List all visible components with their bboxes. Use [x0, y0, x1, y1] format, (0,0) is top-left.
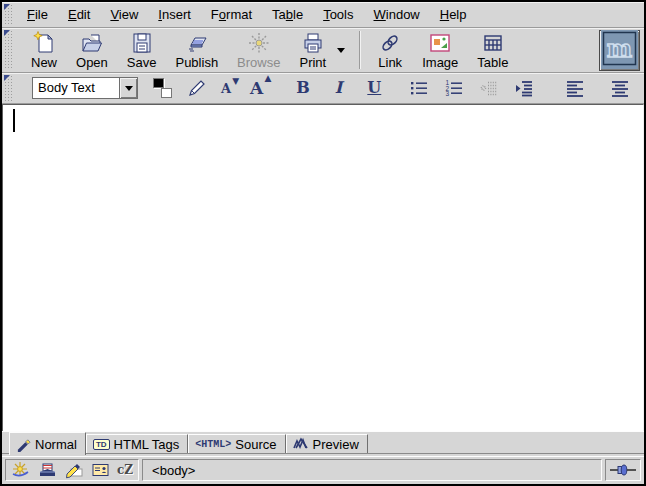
browse-button[interactable]: Browse	[232, 29, 285, 71]
numbered-list-icon: 1 2 3	[443, 77, 465, 99]
composer-window: File Edit View Insert Format Table Tools…	[0, 0, 646, 486]
align-center-button[interactable]	[609, 77, 631, 99]
text-cursor	[13, 109, 15, 132]
italic-button[interactable]: I	[335, 78, 342, 98]
composer-icon[interactable]	[64, 461, 84, 479]
open-folder-icon	[79, 30, 105, 56]
indent-button[interactable]	[513, 77, 535, 99]
table-button[interactable]: Table	[472, 29, 513, 71]
print-button[interactable]: Print	[294, 29, 331, 71]
bullet-list-icon	[408, 77, 430, 99]
table-grid-icon	[480, 30, 506, 56]
browse-sparkle-icon	[246, 30, 272, 56]
menu-window[interactable]: Window	[364, 3, 430, 26]
align-left-icon	[564, 77, 586, 99]
main-toolbar: New Open Save	[2, 28, 644, 73]
outdent-button[interactable]	[478, 77, 500, 99]
indent-icon	[513, 77, 535, 99]
menu-insert[interactable]: Insert	[148, 3, 201, 26]
bulleted-list-button[interactable]	[408, 77, 430, 99]
save-floppy-icon	[129, 30, 155, 56]
foreground-color-swatch[interactable]	[153, 78, 164, 88]
element-path-panel[interactable]: <body>	[142, 459, 602, 481]
address-book-icon[interactable]	[91, 461, 110, 479]
td-tag-icon: TD	[93, 439, 110, 450]
chevron-down-icon[interactable]	[119, 78, 137, 98]
decrease-font-size-button[interactable]: A▼	[221, 81, 231, 96]
link-chain-icon	[377, 30, 403, 56]
open-button[interactable]: Open	[71, 29, 113, 71]
menu-table[interactable]: Table	[262, 3, 313, 26]
menu-format[interactable]: Format	[201, 3, 262, 26]
background-color-swatch[interactable]	[161, 88, 172, 98]
highlight-color-button[interactable]	[186, 77, 208, 99]
mail-icon[interactable]	[38, 461, 57, 479]
save-button[interactable]: Save	[122, 29, 162, 71]
mozilla-m-icon: m	[601, 30, 638, 71]
status-bar: cZ <body>	[2, 456, 644, 484]
pencil-icon	[186, 77, 208, 99]
print-icon	[300, 30, 326, 56]
new-page-icon	[31, 30, 57, 56]
publish-button[interactable]: Publish	[170, 29, 223, 71]
align-left-button[interactable]	[564, 77, 586, 99]
preview-icon	[293, 437, 309, 451]
toolbar-grippy[interactable]	[4, 75, 14, 101]
svg-text:3: 3	[446, 90, 450, 97]
bold-button[interactable]: B	[296, 78, 310, 98]
outdent-icon	[478, 77, 500, 99]
tab-source[interactable]: <HTML> Source	[188, 434, 285, 453]
paragraph-format-select[interactable]: Body Text	[32, 77, 138, 99]
tab-preview[interactable]: Preview	[286, 434, 368, 453]
html-source-icon: <HTML>	[195, 439, 231, 450]
text-color-picker[interactable]	[151, 77, 173, 99]
arrow-up-icon: ▲	[264, 73, 271, 83]
increase-font-size-button[interactable]: A▲	[250, 78, 263, 98]
underline-button[interactable]: U	[367, 78, 381, 98]
online-plug-icon	[609, 463, 637, 477]
toolbar-separator	[359, 31, 361, 69]
new-button[interactable]: New	[26, 29, 62, 71]
align-center-icon	[609, 77, 631, 99]
chatzilla-icon[interactable]: cZ	[117, 463, 133, 477]
editor-canvas[interactable]	[2, 104, 644, 431]
menu-view[interactable]: View	[100, 3, 148, 26]
navigator-icon[interactable]	[11, 461, 31, 479]
menu-bar: File Edit View Insert Format Table Tools…	[2, 2, 644, 28]
image-icon	[427, 30, 453, 56]
tab-normal[interactable]: Normal	[9, 432, 86, 455]
svg-text:m: m	[607, 34, 632, 63]
publish-icon	[184, 30, 210, 56]
pen-icon	[16, 437, 31, 452]
arrow-down-icon: ▼	[232, 76, 239, 86]
paragraph-format-value: Body Text	[33, 78, 119, 98]
print-dropdown-arrow[interactable]	[334, 43, 348, 57]
menu-tools[interactable]: Tools	[313, 3, 363, 26]
component-bar: cZ	[5, 459, 139, 481]
menu-help[interactable]: Help	[430, 3, 477, 26]
tab-html-tags[interactable]: TD HTML Tags	[86, 434, 188, 453]
menu-file[interactable]: File	[17, 3, 58, 26]
element-path-label: <body>	[152, 463, 195, 478]
image-button[interactable]: Image	[417, 29, 463, 71]
mozilla-logo-button[interactable]: m	[599, 30, 640, 71]
online-status-panel[interactable]	[605, 459, 641, 481]
menu-edit[interactable]: Edit	[58, 3, 100, 26]
toolbar-grippy[interactable]	[4, 30, 14, 70]
format-toolbar: Body Text A▼ A▲ B I U	[2, 73, 644, 104]
toolbar-grippy[interactable]	[4, 4, 14, 25]
edit-mode-tabbar: Normal TD HTML Tags <HTML> Source Previe…	[2, 431, 644, 456]
link-button[interactable]: Link	[372, 29, 408, 71]
numbered-list-button[interactable]: 1 2 3	[443, 77, 465, 99]
